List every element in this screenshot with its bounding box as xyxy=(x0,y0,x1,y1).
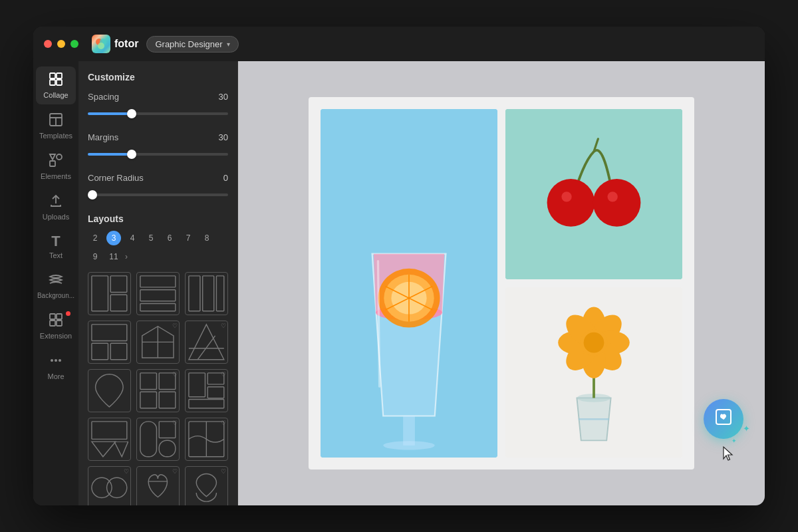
extension-icon xyxy=(49,313,63,329)
templates-label: Templates xyxy=(39,132,72,140)
text-icon: T xyxy=(51,234,60,249)
flower-photo-svg xyxy=(505,287,682,458)
sparkle-decoration: ✦ xyxy=(743,424,750,434)
page-3[interactable]: 3 xyxy=(106,231,121,245)
spacing-control: Spacing 30 xyxy=(88,92,228,123)
background-icon xyxy=(49,273,63,289)
svg-rect-14 xyxy=(50,321,55,326)
cursor-icon xyxy=(721,446,735,466)
spacing-slider[interactable] xyxy=(88,112,228,115)
layout-thumb-13[interactable]: ♡ xyxy=(88,466,131,505)
svg-rect-30 xyxy=(110,343,127,360)
minimize-button[interactable] xyxy=(57,40,65,48)
page-7[interactable]: 7 xyxy=(181,231,196,245)
heart-badge-icon-8: ♡ xyxy=(172,468,178,475)
svg-point-16 xyxy=(51,359,53,362)
layout-thumb-15[interactable]: ♡ xyxy=(185,466,228,505)
page-11[interactable]: 11 xyxy=(106,249,121,264)
svg-line-35 xyxy=(198,336,215,360)
page-6[interactable]: 6 xyxy=(162,231,177,245)
page-5[interactable]: 5 xyxy=(144,231,158,245)
page-8[interactable]: 8 xyxy=(200,231,214,245)
fotor-brand-text: fotor xyxy=(114,38,138,50)
extension-label: Extension xyxy=(40,332,72,340)
layout-thumb-5[interactable]: ♡ xyxy=(136,321,180,364)
layout-thumb-2[interactable] xyxy=(136,272,180,315)
mode-label: Graphic Designer xyxy=(155,39,222,49)
templates-icon xyxy=(49,112,63,129)
layout-thumb-10[interactable] xyxy=(88,418,131,461)
customize-title: Customize xyxy=(88,72,228,82)
logo-area: fotor xyxy=(92,35,138,53)
sidebar-item-extension[interactable]: Extension xyxy=(36,307,76,345)
layout-thumb-7[interactable] xyxy=(88,369,131,412)
layout-thumb-9[interactable]: ♡ xyxy=(185,369,228,412)
svg-rect-44 xyxy=(92,422,127,439)
svg-rect-13 xyxy=(57,314,62,319)
page-9[interactable]: 9 xyxy=(88,249,102,264)
svg-point-66 xyxy=(607,192,617,201)
sidebar-item-templates[interactable]: Templates xyxy=(36,107,76,145)
sidebar-item-collage[interactable]: Collage xyxy=(36,66,76,104)
svg-marker-33 xyxy=(189,325,224,360)
collage-label: Collage xyxy=(43,91,68,99)
favorites-fab[interactable] xyxy=(704,399,743,439)
collage-icon xyxy=(49,72,63,88)
svg-rect-24 xyxy=(140,304,176,311)
page-2[interactable]: 2 xyxy=(88,231,102,245)
notification-dot xyxy=(66,311,70,316)
sparkle-decoration-2: ✦ xyxy=(732,438,737,444)
photo-drink-cell[interactable] xyxy=(321,109,497,458)
svg-point-18 xyxy=(59,359,61,362)
svg-point-11 xyxy=(57,154,62,160)
sidebar-item-background[interactable]: Backgroun... xyxy=(36,267,76,305)
layout-thumb-1[interactable] xyxy=(88,272,131,315)
svg-rect-20 xyxy=(110,276,127,293)
heart-badge-icon-5: ♡ xyxy=(172,420,178,426)
layouts-title: Layouts xyxy=(88,213,228,224)
corner-radius-label: Corner Radius xyxy=(88,173,144,183)
close-button[interactable] xyxy=(44,40,52,48)
layout-thumb-12[interactable]: ♡ xyxy=(185,418,228,461)
layout-thumb-3[interactable] xyxy=(185,272,228,315)
corner-radius-value: 0 xyxy=(223,173,228,183)
svg-rect-15 xyxy=(57,321,62,326)
main-content: Collage Templates xyxy=(33,61,765,505)
pages-next-icon[interactable]: › xyxy=(125,252,128,261)
customize-panel: Customize Spacing 30 Margins 30 xyxy=(78,61,238,505)
uploads-icon xyxy=(49,194,63,210)
svg-rect-43 xyxy=(189,400,224,408)
layout-thumb-4[interactable] xyxy=(88,321,131,364)
spacing-value: 30 xyxy=(219,92,228,102)
sidebar-item-uploads[interactable]: Uploads xyxy=(36,188,76,226)
margins-label: Margins xyxy=(88,132,118,142)
layout-thumb-8[interactable]: ♡ xyxy=(136,369,180,412)
sidebar-item-elements[interactable]: Elements xyxy=(36,148,76,186)
corner-radius-slider[interactable] xyxy=(88,194,228,196)
heart-badge-icon-4: ♡ xyxy=(221,371,226,378)
more-icon xyxy=(49,353,63,370)
margins-slider[interactable] xyxy=(88,153,228,156)
page-4[interactable]: 4 xyxy=(125,231,140,245)
svg-rect-62 xyxy=(505,109,682,279)
sidebar-item-more[interactable]: More xyxy=(36,348,76,386)
svg-point-54 xyxy=(383,441,435,450)
heart-badge-icon-6: ♡ xyxy=(221,420,226,426)
photo-flower-cell[interactable] xyxy=(505,287,682,458)
photo-cherries-cell[interactable] xyxy=(505,109,682,279)
layout-thumb-6[interactable]: ♡ xyxy=(185,321,228,364)
layout-thumb-11[interactable]: ♡ xyxy=(136,418,180,461)
sidebar-item-text[interactable]: T Text xyxy=(36,229,76,265)
cherries-photo-svg xyxy=(505,109,682,279)
svg-rect-6 xyxy=(57,80,62,85)
drink-photo-svg xyxy=(321,109,497,458)
maximize-button[interactable] xyxy=(70,40,78,48)
icon-sidebar: Collage Templates xyxy=(33,61,78,505)
svg-rect-22 xyxy=(140,276,176,287)
svg-rect-10 xyxy=(50,161,55,166)
layout-thumb-14[interactable]: ♡ xyxy=(136,466,180,505)
svg-point-17 xyxy=(55,359,57,362)
mode-selector[interactable]: Graphic Designer ▾ xyxy=(146,36,238,53)
svg-rect-12 xyxy=(50,314,55,319)
svg-point-79 xyxy=(584,332,604,353)
